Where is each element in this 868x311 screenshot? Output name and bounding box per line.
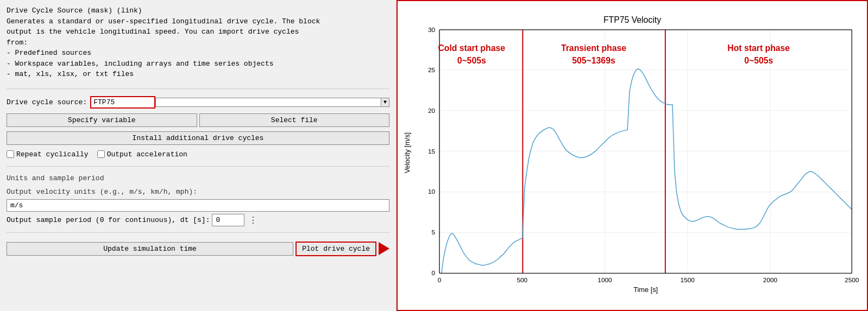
desc-line6: - mat, xls, xlsx, or txt files <box>7 70 134 78</box>
repeat-cyclically-item: Repeat cyclically <box>7 150 89 158</box>
phase-label-transient-2: 505~1369s <box>572 56 615 65</box>
y-axis-label: Velocity [m/s] <box>403 132 411 173</box>
install-drive-cycles-button[interactable]: Install additional drive cycles <box>7 131 389 145</box>
plot-drive-cycle-button[interactable]: Plot drive cycle <box>295 242 376 256</box>
dropdown-arrow-icon[interactable]: ▼ <box>381 98 389 106</box>
sample-period-row: Output sample period (0 for continuous),… <box>7 214 389 227</box>
chart-title: FTP75 Velocity <box>603 15 661 24</box>
plot-button-wrapper: Plot drive cycle <box>295 242 389 256</box>
x-tick-1500: 1500 <box>681 276 695 284</box>
desc-line1: Generates a standard or user-specified l… <box>7 17 320 26</box>
select-file-button[interactable]: Select file <box>199 113 390 127</box>
phase-label-hot-2: 0~505s <box>744 56 773 65</box>
install-row: Install additional drive cycles <box>7 131 389 145</box>
drive-cycle-input[interactable] <box>90 96 155 109</box>
x-tick-2500: 2500 <box>845 276 859 284</box>
drive-cycle-label: Drive cycle source: <box>7 98 87 106</box>
y-tick-15: 15 <box>428 148 436 155</box>
repeat-cyclically-label: Repeat cyclically <box>16 150 89 158</box>
x-tick-0: 0 <box>438 276 442 284</box>
phase-label-cold-2: 0~505s <box>457 56 486 65</box>
separator3 <box>7 232 389 233</box>
desc-line4: - Predefined sources <box>7 49 91 57</box>
separator1 <box>7 88 389 89</box>
chart-box <box>439 30 852 274</box>
specify-select-row: Specify variable Select file <box>7 113 389 127</box>
checkbox-row: Repeat cyclically Output acceleration <box>7 150 389 158</box>
drive-cycle-select-container[interactable]: ▼ <box>90 96 389 109</box>
left-panel: Drive Cycle Source (mask) (link) Generat… <box>0 0 397 311</box>
right-panel: FTP75 Velocity Velocity [m/s] Time [s] 0… <box>397 0 868 311</box>
x-tick-2000: 2000 <box>763 276 778 284</box>
specify-variable-button[interactable]: Specify variable <box>7 113 197 127</box>
more-options-icon[interactable]: ⋮ <box>247 214 260 227</box>
velocity-units-input[interactable] <box>7 199 389 212</box>
phase-label-transient-1: Transient phase <box>561 43 626 53</box>
desc-line3: from: <box>7 39 28 47</box>
update-simulation-button[interactable]: Update simulation time <box>7 242 293 256</box>
x-axis-label: Time [s] <box>633 285 658 294</box>
arrow-right-icon <box>379 242 389 255</box>
y-tick-25: 25 <box>428 66 436 74</box>
y-tick-30: 30 <box>428 26 436 34</box>
chart-container: FTP75 Velocity Velocity [m/s] Time [s] 0… <box>402 5 863 306</box>
output-acceleration-label: Output acceleration <box>107 150 187 158</box>
y-tick-10: 10 <box>428 188 436 195</box>
sample-period-input[interactable] <box>212 214 244 226</box>
output-acceleration-item: Output acceleration <box>97 150 187 158</box>
x-tick-1000: 1000 <box>597 276 612 284</box>
drive-cycle-row: Drive cycle source: ▼ <box>7 96 389 109</box>
desc-line5: - Workspace variables, including arrays … <box>7 60 273 68</box>
output-acceleration-checkbox[interactable] <box>97 150 105 158</box>
desc-line2: output is the vehicle longitudinal speed… <box>7 28 299 36</box>
x-tick-500: 500 <box>517 276 527 284</box>
drive-cycle-value <box>156 101 381 103</box>
separator2 <box>7 166 389 167</box>
units-section-label: Units and sample period <box>7 174 389 182</box>
phase-label-hot-1: Hot start phase <box>727 43 790 53</box>
repeat-cyclically-checkbox[interactable] <box>7 150 14 158</box>
phase-label-cold-1: Cold start phase <box>438 43 505 53</box>
sample-period-label: Output sample period (0 for continuous),… <box>7 216 210 224</box>
description-block: Drive Cycle Source (mask) (link) Generat… <box>7 5 389 80</box>
bottom-buttons-row: Update simulation time Plot drive cycle <box>7 242 389 256</box>
ftp75-chart: FTP75 Velocity Velocity [m/s] Time [s] 0… <box>402 5 863 306</box>
y-tick-20: 20 <box>428 107 436 115</box>
velocity-units-label: Output velocity units (e.g., m/s, km/h, … <box>7 188 389 196</box>
y-tick-5: 5 <box>432 229 436 236</box>
block-title: Drive Cycle Source (mask) (link) <box>7 7 142 15</box>
y-tick-0: 0 <box>432 269 436 277</box>
